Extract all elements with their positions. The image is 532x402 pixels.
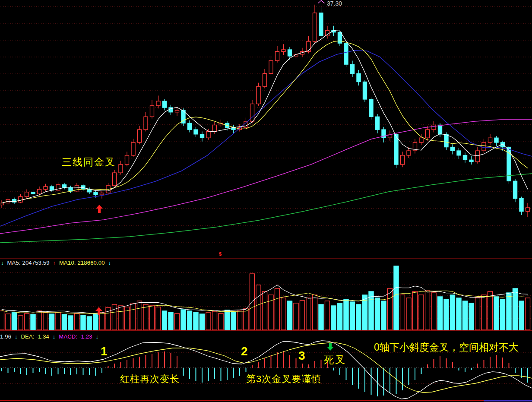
candle-body xyxy=(44,187,48,189)
candle-body xyxy=(419,138,423,142)
volume-bar xyxy=(131,303,136,330)
volume-bar xyxy=(175,313,180,330)
volume-bar xyxy=(281,298,286,330)
volume-bar xyxy=(275,288,280,330)
volume-bar xyxy=(193,312,198,330)
candle-body xyxy=(194,130,198,134)
volume-bar xyxy=(18,316,23,330)
volume-bar xyxy=(431,293,436,330)
candle-body xyxy=(451,147,455,151)
volume-bar xyxy=(331,306,336,330)
volume-bar xyxy=(425,290,430,330)
volume-bar xyxy=(394,266,399,330)
candle-body xyxy=(269,61,273,74)
volume-bar xyxy=(469,303,474,330)
candle-body xyxy=(526,208,530,212)
candle-body xyxy=(206,131,210,138)
candle-body xyxy=(313,13,317,41)
candle-body xyxy=(94,192,98,195)
candle-body xyxy=(138,130,142,142)
candle-body xyxy=(513,181,517,198)
candle-body xyxy=(276,51,279,60)
volume-bar xyxy=(25,313,29,330)
candle-body xyxy=(19,196,22,202)
chart-canvas[interactable] xyxy=(0,0,532,402)
candle-body xyxy=(469,160,473,161)
volume-bar xyxy=(325,301,330,330)
volume-bar xyxy=(438,297,443,330)
volume-bar xyxy=(375,298,380,330)
volume-bar xyxy=(238,311,242,330)
candle-body xyxy=(401,155,405,165)
ma-magenta-line xyxy=(0,120,532,234)
volume-bar xyxy=(225,310,230,330)
volume-bar xyxy=(300,301,305,330)
candle-body xyxy=(175,110,179,112)
volume-bar xyxy=(75,313,79,330)
candle-body xyxy=(307,41,310,51)
candle-body xyxy=(131,142,135,155)
volume-bar xyxy=(419,295,424,330)
volume-bar xyxy=(100,313,104,330)
volume-bar xyxy=(463,301,468,330)
volume-bar xyxy=(206,313,211,330)
volume-bar xyxy=(250,274,255,330)
volume-bar xyxy=(256,285,261,330)
candle-body xyxy=(0,203,4,205)
volume-bar xyxy=(481,295,486,330)
volume-bar xyxy=(488,291,493,330)
candle-body xyxy=(338,32,342,44)
candle-body xyxy=(432,125,436,130)
candle-body xyxy=(494,138,498,142)
candle-body xyxy=(394,134,398,165)
volume-bar xyxy=(319,304,323,330)
volume-bar xyxy=(450,295,455,330)
volume-bar xyxy=(168,312,173,330)
candle-body xyxy=(351,64,355,73)
candle-body xyxy=(256,86,260,104)
volume-bar xyxy=(244,309,248,330)
volume-bar xyxy=(68,316,73,330)
volume-bar xyxy=(93,314,98,330)
ma-green-line xyxy=(0,174,532,243)
volume-bar xyxy=(0,311,4,330)
ma5-line xyxy=(2,31,528,203)
candle-body xyxy=(213,125,217,131)
candle-body xyxy=(463,155,467,160)
candle-body xyxy=(150,106,154,117)
candle-body xyxy=(376,117,380,130)
peak-caret-icon xyxy=(318,0,324,3)
volume-bar xyxy=(500,299,505,330)
volume-bar xyxy=(181,310,186,330)
candle-body xyxy=(50,187,54,190)
candle-body xyxy=(188,123,192,130)
candle-body xyxy=(163,101,167,108)
candle-body xyxy=(519,199,523,212)
candle-body xyxy=(38,189,41,194)
volume-bar xyxy=(338,303,342,330)
volume-bar xyxy=(200,314,205,330)
candle-body xyxy=(156,101,160,106)
candle-body xyxy=(488,138,492,142)
volume-bar xyxy=(62,314,67,330)
volume-bar xyxy=(112,304,117,330)
volume-bar xyxy=(344,299,348,330)
volume-bar xyxy=(231,312,236,330)
volume-bar xyxy=(87,317,92,330)
volume-bar xyxy=(288,301,292,330)
volume-bar xyxy=(513,288,518,330)
volume-bar xyxy=(143,304,148,330)
candle-body xyxy=(125,155,129,165)
candle-body xyxy=(457,151,461,155)
candle-body xyxy=(326,30,329,36)
candle-body xyxy=(263,73,267,86)
candle-body xyxy=(363,82,367,99)
volume-bar xyxy=(6,314,10,330)
volume-bar xyxy=(263,291,267,330)
candle-body xyxy=(144,117,148,130)
volume-bar xyxy=(400,295,405,330)
candle-body xyxy=(407,151,411,155)
candle-body xyxy=(344,43,348,64)
candle-body xyxy=(63,185,66,187)
candle-body xyxy=(100,193,104,195)
